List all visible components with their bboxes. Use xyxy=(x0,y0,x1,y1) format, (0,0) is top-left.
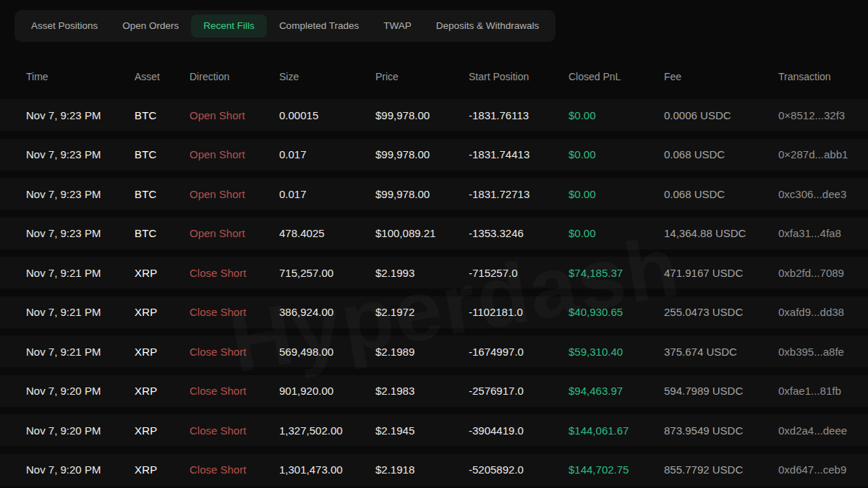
tab-completed-trades[interactable]: Completed Trades xyxy=(267,14,371,38)
cell-asset: BTC xyxy=(135,227,190,239)
cell-time: Nov 7, 9:20 PM xyxy=(26,463,135,476)
cell-direction: Open Short xyxy=(190,148,279,160)
cell-size: 715,257.00 xyxy=(279,267,375,279)
column-header-time: Time xyxy=(26,71,135,82)
cell-closed-pnl: $40,930.65 xyxy=(569,306,664,318)
table-header-row: TimeAssetDirectionSizePriceStart Positio… xyxy=(0,69,868,85)
tab-bar: Asset PositionsOpen OrdersRecent FillsCo… xyxy=(14,10,556,42)
cell-price: $2.1972 xyxy=(375,306,469,318)
cell-size: 1,327,502.00 xyxy=(279,424,375,437)
cell-closed-pnl: $0.00 xyxy=(569,148,664,160)
cell-price: $2.1993 xyxy=(375,267,469,279)
cell-closed-pnl: $144,061.67 xyxy=(569,424,664,437)
cell-transaction[interactable]: 0xc306...dee3 xyxy=(778,188,862,200)
cell-start-position: -1831.76113 xyxy=(469,109,569,121)
table-row[interactable]: Nov 7, 9:21 PMXRPClose Short715,257.00$2… xyxy=(0,257,868,288)
cell-time: Nov 7, 9:20 PM xyxy=(26,385,135,397)
cell-start-position: -715257.0 xyxy=(469,267,569,279)
column-header-size: Size xyxy=(279,71,375,82)
cell-price: $99,978.00 xyxy=(375,188,469,200)
column-header-price: Price xyxy=(375,71,469,82)
tab-recent-fills[interactable]: Recent Fills xyxy=(191,14,267,38)
cell-asset: BTC xyxy=(135,148,190,160)
cell-start-position: -1831.74413 xyxy=(469,148,569,160)
cell-start-position: -1353.3246 xyxy=(469,227,569,239)
column-header-direction: Direction xyxy=(190,71,279,82)
cell-size: 386,924.00 xyxy=(279,306,375,318)
cell-asset: XRP xyxy=(135,463,190,476)
cell-price: $99,978.00 xyxy=(375,148,469,160)
table-row[interactable]: Nov 7, 9:21 PMXRPClose Short386,924.00$2… xyxy=(0,296,868,328)
cell-fee: 0.0006 USDC xyxy=(664,109,778,121)
table-row[interactable]: Nov 7, 9:21 PMXRPClose Short569,498.00$2… xyxy=(0,335,868,367)
column-header-closed-pnl: Closed PnL xyxy=(569,71,664,82)
cell-size: 1,301,473.00 xyxy=(279,463,375,476)
cell-start-position: -1102181.0 xyxy=(469,306,569,318)
cell-transaction[interactable]: 0xafd9...dd38 xyxy=(778,306,862,318)
cell-time: Nov 7, 9:23 PM xyxy=(26,109,135,121)
tab-open-orders[interactable]: Open Orders xyxy=(110,14,191,38)
cell-direction: Close Short xyxy=(190,306,279,318)
cell-price: $2.1989 xyxy=(375,346,469,358)
column-header-fee: Fee xyxy=(664,71,778,82)
cell-size: 569,498.00 xyxy=(279,346,375,358)
table-row[interactable]: Nov 7, 9:23 PMBTCOpen Short478.4025$100,… xyxy=(0,218,868,249)
cell-closed-pnl: $0.00 xyxy=(569,109,664,121)
cell-price: $99,978.00 xyxy=(375,109,469,121)
cell-price: $2.1945 xyxy=(375,424,469,437)
cell-price: $100,089.21 xyxy=(375,227,469,239)
tab-deposits-withdrawals[interactable]: Deposits & Withdrawals xyxy=(424,14,552,38)
table-row[interactable]: Nov 7, 9:20 PMXRPClose Short901,920.00$2… xyxy=(0,375,868,407)
cell-size: 901,920.00 xyxy=(279,385,375,397)
cell-direction: Open Short xyxy=(190,227,279,239)
cell-start-position: -5205892.0 xyxy=(469,463,569,476)
cell-asset: XRP xyxy=(135,267,190,279)
cell-direction: Close Short xyxy=(190,463,279,476)
cell-transaction[interactable]: 0×8512...32f3 xyxy=(778,109,862,121)
cell-size: 478.4025 xyxy=(279,227,375,239)
cell-fee: 855.7792 USDC xyxy=(664,463,778,476)
cell-closed-pnl: $0.00 xyxy=(569,227,664,239)
cell-asset: BTC xyxy=(135,188,190,200)
cell-closed-pnl: $59,310.40 xyxy=(569,346,664,358)
cell-size: 0.017 xyxy=(279,148,375,160)
table-row[interactable]: Nov 7, 9:20 PMXRPClose Short1,327,502.00… xyxy=(0,414,868,446)
cell-closed-pnl: $74,185.37 xyxy=(569,267,664,279)
cell-time: Nov 7, 9:23 PM xyxy=(26,188,135,200)
cell-asset: BTC xyxy=(135,109,190,121)
tab-twap[interactable]: TWAP xyxy=(371,14,424,38)
table-row[interactable]: Nov 7, 9:23 PMBTCOpen Short0.017$99,978.… xyxy=(0,178,868,210)
cell-fee: 0.068 USDC xyxy=(664,148,778,160)
cell-closed-pnl: $144,702.75 xyxy=(569,463,664,476)
cell-transaction[interactable]: 0×287d...abb1 xyxy=(778,148,862,160)
cell-time: Nov 7, 9:21 PM xyxy=(26,306,135,318)
cell-fee: 255.0473 USDC xyxy=(664,306,778,318)
cell-direction: Close Short xyxy=(190,346,279,358)
cell-fee: 471.9167 USDC xyxy=(664,267,778,279)
cell-transaction[interactable]: 0xd2a4...deee xyxy=(778,424,862,437)
table-row[interactable]: Nov 7, 9:20 PMXRPClose Short1,301,473.00… xyxy=(0,454,868,486)
cell-transaction[interactable]: 0xb2fd...7089 xyxy=(778,267,862,279)
cell-fee: 0.068 USDC xyxy=(664,188,778,200)
cell-transaction[interactable]: 0xd647...ceb9 xyxy=(778,463,862,476)
cell-price: $2.1983 xyxy=(375,385,469,397)
cell-direction: Close Short xyxy=(190,267,279,279)
table-row[interactable]: Nov 7, 9:23 PMBTCOpen Short0.00015$99,97… xyxy=(0,99,868,131)
cell-time: Nov 7, 9:21 PM xyxy=(26,267,135,279)
cell-time: Nov 7, 9:23 PM xyxy=(26,148,135,160)
cell-time: Nov 7, 9:23 PM xyxy=(26,227,135,239)
table-body: Nov 7, 9:23 PMBTCOpen Short0.00015$99,97… xyxy=(0,99,868,486)
cell-time: Nov 7, 9:20 PM xyxy=(26,424,135,437)
table-row[interactable]: Nov 7, 9:23 PMBTCOpen Short0.017$99,978.… xyxy=(0,139,868,171)
cell-transaction[interactable]: 0xfa31...4fa8 xyxy=(778,227,862,239)
cell-transaction[interactable]: 0xb395...a8fe xyxy=(778,346,862,358)
cell-start-position: -3904419.0 xyxy=(469,424,569,437)
cell-closed-pnl: $94,463.97 xyxy=(569,385,664,397)
column-header-start-position: Start Position xyxy=(469,71,569,82)
tab-asset-positions[interactable]: Asset Positions xyxy=(19,14,110,38)
cell-fee: 14,364.88 USDC xyxy=(664,227,778,239)
cell-transaction[interactable]: 0xfae1...81fb xyxy=(778,385,862,397)
column-header-transaction: Transaction xyxy=(778,71,862,82)
cell-start-position: -1674997.0 xyxy=(469,346,569,358)
cell-start-position: -2576917.0 xyxy=(469,385,569,397)
